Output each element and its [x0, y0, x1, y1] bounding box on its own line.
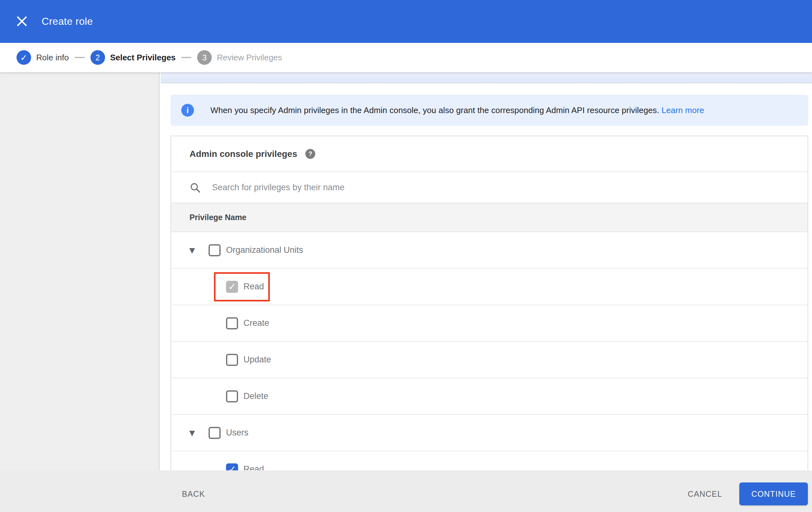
scrolled-content-edge	[161, 73, 812, 83]
checkbox-label-group: Update	[214, 345, 277, 375]
close-icon[interactable]	[15, 15, 29, 28]
checkbox-label-group: Create	[214, 309, 275, 338]
privilege-label: Organizational Units	[226, 245, 303, 255]
privilege-checkbox[interactable]	[226, 354, 238, 366]
step-complete-check-icon: ✓	[17, 50, 31, 65]
checkbox-label-group: Delete	[214, 382, 274, 411]
privilege-label: Update	[243, 355, 271, 365]
checkbox-label-group: ✓ Read	[214, 272, 270, 301]
search-icon	[190, 182, 201, 193]
table-row: Update	[171, 342, 808, 378]
checkbox-label-group: Users	[208, 427, 249, 439]
privilege-search-row	[171, 172, 808, 203]
table-header: Privilege Name	[171, 203, 808, 232]
privilege-checkbox[interactable]	[208, 244, 221, 256]
step-label: Role info	[36, 53, 69, 62]
expand-caret-icon[interactable]: ▼	[187, 429, 197, 437]
step-role-info[interactable]: ✓ Role info	[17, 50, 69, 65]
search-input[interactable]	[212, 172, 783, 203]
back-button[interactable]: BACK	[182, 482, 205, 505]
card-title: Admin console privileges	[190, 149, 297, 159]
banner-text: When you specify Admin privileges in the…	[210, 105, 704, 115]
table-row: Delete	[171, 378, 808, 415]
step-number-badge: 2	[90, 50, 105, 65]
help-icon[interactable]: ?	[306, 149, 315, 159]
step-connector	[75, 57, 85, 58]
privilege-checkbox[interactable]	[208, 427, 221, 439]
privileges-table: ▼ Organizational Units ✓ Read Create Upd…	[171, 232, 808, 488]
table-row: ▼ Users	[171, 415, 808, 451]
cancel-button[interactable]: CANCEL	[688, 482, 722, 505]
column-header-privilege-name: Privilege Name	[190, 213, 246, 222]
privilege-label: Create	[243, 318, 269, 328]
step-review-privileges[interactable]: 3 Review Privileges	[197, 50, 282, 65]
dialog-header: Create role	[0, 0, 812, 43]
page-title: Create role	[41, 0, 93, 43]
content-area: i When you specify Admin privileges in t…	[161, 73, 812, 512]
table-row: ✓ Read	[171, 269, 808, 305]
step-connector	[181, 57, 192, 58]
info-banner: i When you specify Admin privileges in t…	[171, 95, 808, 126]
check-icon: ✓	[228, 282, 236, 292]
privilege-checkbox[interactable]	[226, 390, 238, 402]
info-icon: i	[181, 104, 194, 116]
step-label: Select Privileges	[110, 53, 176, 62]
footer-bar: BACK CANCEL CONTINUE	[0, 470, 812, 512]
left-sidebar	[0, 73, 160, 512]
expand-caret-icon[interactable]: ▼	[187, 246, 197, 254]
learn-more-link[interactable]: Learn more	[662, 105, 704, 115]
card-header: Admin console privileges ?	[171, 136, 808, 172]
checkbox-label-group: Organizational Units	[208, 244, 303, 256]
step-select-privileges[interactable]: 2 Select Privileges	[90, 50, 176, 65]
step-number-badge: 3	[197, 50, 212, 65]
step-label: Review Privileges	[217, 53, 282, 62]
privilege-label: Users	[226, 428, 249, 438]
table-row: Create	[171, 305, 808, 342]
create-role-dialog: Create role ✓ Role info 2 Select Privile…	[0, 0, 812, 512]
privilege-checkbox[interactable]: ✓	[226, 281, 238, 293]
privileges-card: Admin console privileges ? Privilege Nam…	[171, 136, 808, 512]
privilege-label: Read	[243, 282, 264, 292]
continue-button[interactable]: CONTINUE	[739, 482, 808, 505]
table-row: ▼ Organizational Units	[171, 232, 808, 269]
privilege-checkbox[interactable]	[226, 317, 238, 329]
stepper: ✓ Role info 2 Select Privileges 3 Review…	[0, 43, 812, 73]
privilege-label: Delete	[243, 391, 268, 401]
